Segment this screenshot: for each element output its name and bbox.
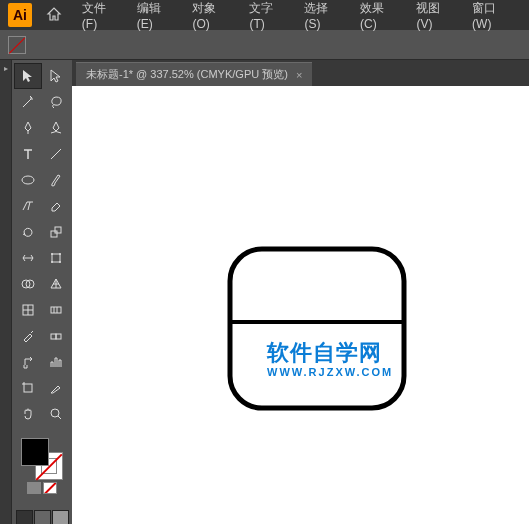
direct-selection-tool[interactable]: [43, 64, 69, 88]
collapsed-panel-toggle[interactable]: ▸: [0, 60, 12, 524]
draw-behind-icon[interactable]: [34, 510, 51, 524]
svg-point-4: [51, 253, 53, 255]
scale-tool[interactable]: [43, 220, 69, 244]
magic-wand-tool[interactable]: [15, 90, 41, 114]
watermark-url: WWW.RJZXW.COM: [267, 366, 393, 378]
svg-point-5: [59, 253, 61, 255]
svg-rect-2: [55, 227, 61, 233]
no-selection-icon: [8, 36, 26, 54]
menu-edit[interactable]: 编辑(E): [131, 0, 183, 35]
line-tool[interactable]: [43, 142, 69, 166]
gradient-tool[interactable]: [43, 298, 69, 322]
main-menu: 文件(F) 编辑(E) 对象(O) 文字(T) 选择(S) 效果(C) 视图(V…: [76, 0, 521, 35]
tab-label: 未标题-1* @ 337.52% (CMYK/GPU 预览): [86, 67, 288, 82]
draw-inside-icon[interactable]: [52, 510, 69, 524]
svg-rect-17: [230, 249, 404, 408]
document-area: 未标题-1* @ 337.52% (CMYK/GPU 预览) × 软件自学网 W…: [72, 60, 529, 524]
home-icon[interactable]: [46, 6, 62, 25]
svg-rect-12: [51, 334, 56, 339]
color-swatches: [21, 434, 63, 498]
shape-builder-tool[interactable]: [15, 272, 41, 296]
main-area: ▸: [0, 60, 529, 524]
watermark-text: 软件自学网: [267, 338, 393, 368]
slice-tool[interactable]: [43, 376, 69, 400]
canvas[interactable]: 软件自学网 WWW.RJZXW.COM: [72, 86, 529, 524]
menu-effect[interactable]: 效果(C): [354, 0, 406, 35]
svg-point-15: [51, 409, 59, 417]
watermark: 软件自学网 WWW.RJZXW.COM: [267, 338, 393, 378]
menu-window[interactable]: 窗口(W): [466, 0, 521, 35]
zoom-tool[interactable]: [43, 402, 69, 426]
menu-object[interactable]: 对象(O): [186, 0, 239, 35]
toolbar: [12, 60, 72, 524]
fill-stroke-swatch[interactable]: [21, 438, 63, 480]
curvature-tool[interactable]: [43, 116, 69, 140]
none-mode-icon[interactable]: [43, 482, 57, 494]
column-graph-tool[interactable]: [43, 350, 69, 374]
svg-rect-13: [56, 334, 61, 339]
titlebar: Ai 文件(F) 编辑(E) 对象(O) 文字(T) 选择(S) 效果(C) 视…: [0, 0, 529, 30]
svg-point-7: [59, 261, 61, 263]
svg-point-6: [51, 261, 53, 263]
fill-swatch[interactable]: [21, 438, 49, 466]
pen-tool[interactable]: [15, 116, 41, 140]
menu-view[interactable]: 视图(V): [410, 0, 462, 35]
control-bar: [0, 30, 529, 60]
tab-bar: 未标题-1* @ 337.52% (CMYK/GPU 预览) ×: [72, 60, 529, 86]
width-tool[interactable]: [15, 246, 41, 270]
svg-rect-11: [51, 307, 61, 313]
hand-tool[interactable]: [15, 402, 41, 426]
symbol-sprayer-tool[interactable]: [15, 350, 41, 374]
rectangle-tool[interactable]: [15, 168, 41, 192]
free-transform-tool[interactable]: [43, 246, 69, 270]
tab-close-icon[interactable]: ×: [296, 69, 302, 81]
type-tool[interactable]: [15, 142, 41, 166]
eyedropper-tool[interactable]: [15, 324, 41, 348]
artboard-tool[interactable]: [15, 376, 41, 400]
draw-mode-row: [16, 510, 69, 524]
color-mode-icon[interactable]: [27, 482, 41, 494]
svg-point-0: [22, 176, 34, 184]
rotate-tool[interactable]: [15, 220, 41, 244]
svg-rect-1: [51, 231, 57, 237]
document-tab[interactable]: 未标题-1* @ 337.52% (CMYK/GPU 预览) ×: [76, 62, 312, 86]
menu-type[interactable]: 文字(T): [243, 0, 294, 35]
lasso-tool[interactable]: [43, 90, 69, 114]
app-logo: Ai: [8, 3, 32, 27]
shaper-tool[interactable]: [15, 194, 41, 218]
draw-normal-icon[interactable]: [16, 510, 33, 524]
blend-tool[interactable]: [43, 324, 69, 348]
brush-tool[interactable]: [43, 168, 69, 192]
menu-select[interactable]: 选择(S): [298, 0, 350, 35]
mesh-tool[interactable]: [15, 298, 41, 322]
menu-file[interactable]: 文件(F): [76, 0, 127, 35]
perspective-tool[interactable]: [43, 272, 69, 296]
selection-tool[interactable]: [15, 64, 41, 88]
svg-rect-14: [24, 384, 32, 392]
svg-rect-3: [52, 254, 60, 262]
artwork-shape: [227, 246, 407, 411]
eraser-tool[interactable]: [43, 194, 69, 218]
